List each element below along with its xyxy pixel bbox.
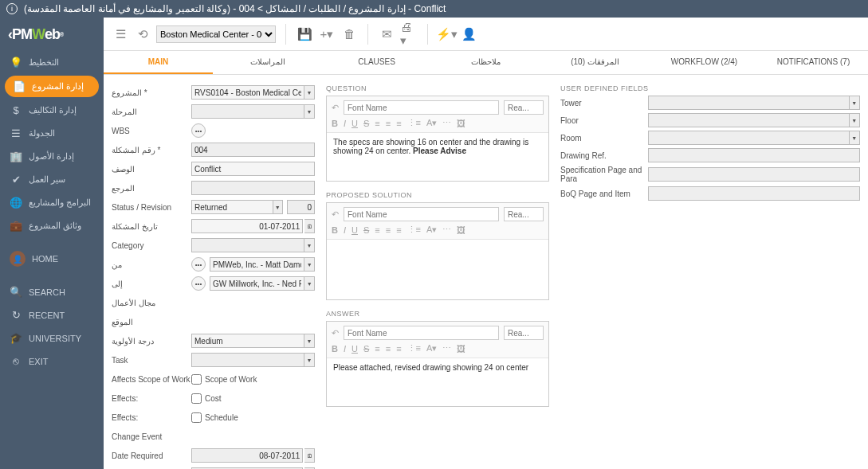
italic-icon[interactable]: I bbox=[344, 344, 346, 354]
list-icon[interactable]: ⋮≡ bbox=[407, 343, 421, 354]
font-color-icon[interactable]: A▾ bbox=[426, 343, 437, 354]
bold-icon[interactable]: B bbox=[332, 119, 338, 128]
tab-1[interactable]: المراسلات bbox=[213, 51, 322, 74]
scope-checkbox[interactable]: Scope of Work bbox=[191, 374, 257, 385]
list-icon[interactable]: ☰ bbox=[112, 25, 129, 43]
font-name-input[interactable] bbox=[344, 100, 499, 115]
answer-body[interactable]: Please attached, revised drawing showing… bbox=[327, 358, 548, 406]
to-picker-icon[interactable]: ••• bbox=[191, 276, 206, 291]
date-required-field[interactable] bbox=[191, 448, 303, 463]
chevron-down-icon[interactable]: ▼ bbox=[850, 113, 860, 127]
list-icon[interactable]: ⋮≡ bbox=[407, 225, 421, 235]
align-right-icon[interactable]: ≡ bbox=[396, 225, 401, 235]
proposed-editor[interactable]: ↶ BIUS≡≡≡⋮≡A▾⋯🖼 bbox=[326, 202, 549, 300]
category-field[interactable] bbox=[191, 238, 304, 252]
bold-icon[interactable]: B bbox=[332, 344, 338, 354]
sidebar-item-0[interactable]: 💡التخطيط bbox=[0, 51, 104, 74]
refresh-icon[interactable]: ⟲ bbox=[134, 25, 151, 43]
sidebar-item-2[interactable]: $إدارة التكاليف bbox=[0, 99, 104, 122]
strike-icon[interactable]: S bbox=[363, 119, 369, 128]
undo-icon[interactable]: ↶ bbox=[332, 103, 339, 113]
sidebar-item-7[interactable]: 💼وثائق المشروع bbox=[0, 214, 104, 237]
tab-3[interactable]: ملاحظات bbox=[431, 51, 540, 74]
bold-icon[interactable]: B bbox=[332, 225, 338, 235]
calendar-icon[interactable]: 🗓 bbox=[304, 448, 315, 463]
align-center-icon[interactable]: ≡ bbox=[386, 119, 391, 128]
align-center-icon[interactable]: ≡ bbox=[386, 225, 391, 235]
font-color-icon[interactable]: A▾ bbox=[426, 225, 437, 235]
phase-field[interactable] bbox=[191, 104, 304, 119]
sidebar-item-3[interactable]: ☰الجدولة bbox=[0, 122, 104, 145]
image-icon[interactable]: 🖼 bbox=[457, 119, 465, 128]
align-left-icon[interactable]: ≡ bbox=[375, 225, 379, 235]
chevron-down-icon[interactable]: ▼ bbox=[304, 257, 315, 272]
font-name-input[interactable] bbox=[344, 326, 499, 340]
sidebar-item-1[interactable]: 📄إدارة المشروع bbox=[5, 76, 99, 97]
chevron-down-icon[interactable]: ▼ bbox=[304, 353, 315, 367]
status-field[interactable] bbox=[191, 200, 273, 214]
undo-icon[interactable]: ↶ bbox=[332, 328, 339, 338]
sidebar-item-12[interactable]: ⎋EXIT bbox=[0, 350, 104, 373]
chevron-down-icon[interactable]: ▼ bbox=[304, 334, 315, 348]
tab-6[interactable]: NOTIFICATIONS (7) bbox=[759, 51, 868, 74]
tab-5[interactable]: WORKFLOW (2/4) bbox=[650, 51, 759, 74]
cost-checkbox[interactable]: Cost bbox=[191, 393, 222, 404]
room-field[interactable] bbox=[648, 131, 850, 145]
more-icon[interactable]: ⋯ bbox=[442, 118, 451, 128]
tower-field[interactable] bbox=[648, 96, 850, 110]
sidebar-item-4[interactable]: 🏢إدارة الأصول bbox=[0, 145, 104, 168]
strike-icon[interactable]: S bbox=[363, 225, 369, 235]
chevron-down-icon[interactable]: ▼ bbox=[304, 104, 315, 119]
more-icon[interactable]: ⋯ bbox=[442, 225, 451, 235]
user-icon[interactable]: 👤 bbox=[460, 25, 477, 43]
save-icon[interactable]: 💾 bbox=[296, 25, 313, 43]
from-field[interactable] bbox=[210, 257, 304, 272]
align-right-icon[interactable]: ≡ bbox=[396, 119, 401, 128]
align-left-icon[interactable]: ≡ bbox=[375, 119, 379, 128]
align-left-icon[interactable]: ≡ bbox=[375, 344, 379, 354]
image-icon[interactable]: 🖼 bbox=[457, 344, 465, 354]
proposed-body[interactable] bbox=[327, 240, 548, 299]
sidebar-item-9[interactable]: 🔍SEARCH bbox=[0, 280, 104, 303]
print-icon[interactable]: 🖨▾ bbox=[400, 25, 418, 43]
image-icon[interactable]: 🖼 bbox=[457, 225, 465, 235]
strike-icon[interactable]: S bbox=[363, 344, 369, 354]
spec-page-field[interactable] bbox=[648, 167, 860, 182]
chevron-down-icon[interactable]: ▼ bbox=[850, 96, 860, 110]
wbs-picker-icon[interactable]: ••• bbox=[191, 123, 206, 138]
more-icon[interactable]: ⋯ bbox=[442, 343, 451, 354]
undo-icon[interactable]: ↶ bbox=[332, 209, 339, 220]
project-field[interactable] bbox=[191, 85, 304, 100]
italic-icon[interactable]: I bbox=[344, 119, 346, 128]
question-editor[interactable]: ↶ BIUS≡≡≡⋮≡A▾⋯🖼 The specs are showing 16… bbox=[326, 96, 549, 182]
underline-icon[interactable]: U bbox=[352, 344, 358, 354]
tab-0[interactable]: MAIN bbox=[104, 51, 213, 74]
issue-date-field[interactable] bbox=[191, 219, 303, 233]
chevron-down-icon[interactable]: ▼ bbox=[850, 131, 860, 145]
issue-no-field[interactable] bbox=[191, 143, 315, 157]
list-icon[interactable]: ⋮≡ bbox=[407, 118, 421, 128]
align-center-icon[interactable]: ≡ bbox=[386, 344, 391, 354]
tab-4[interactable]: المرفقات (10) bbox=[540, 51, 650, 74]
calendar-icon[interactable]: 🗓 bbox=[304, 219, 315, 233]
ref-field[interactable] bbox=[191, 181, 315, 195]
bolt-icon[interactable]: ⚡▾ bbox=[438, 25, 455, 43]
sidebar-item-10[interactable]: ↻RECENT bbox=[0, 303, 104, 326]
sidebar-item-5[interactable]: ✔سير العمل bbox=[0, 168, 104, 191]
revision-field[interactable] bbox=[287, 200, 315, 214]
to-field[interactable] bbox=[210, 276, 304, 291]
font-name-input[interactable] bbox=[344, 207, 499, 221]
drawing-ref-field[interactable] bbox=[648, 148, 860, 162]
subject-field[interactable] bbox=[191, 162, 315, 176]
delete-icon[interactable]: 🗑 bbox=[340, 25, 358, 43]
align-right-icon[interactable]: ≡ bbox=[396, 344, 401, 354]
boq-field[interactable] bbox=[648, 186, 860, 201]
floor-field[interactable] bbox=[648, 113, 850, 127]
chevron-down-icon[interactable]: ▼ bbox=[304, 238, 315, 252]
font-color-icon[interactable]: A▾ bbox=[426, 118, 437, 128]
schedule-checkbox[interactable]: Schedule bbox=[191, 412, 238, 423]
record-selector[interactable]: Boston Medical Center - 004 - Confl bbox=[156, 25, 276, 43]
sidebar-item-6[interactable]: 🌐البرامج والمشاريع bbox=[0, 191, 104, 214]
font-size-input[interactable] bbox=[504, 207, 544, 221]
font-size-input[interactable] bbox=[504, 326, 544, 340]
